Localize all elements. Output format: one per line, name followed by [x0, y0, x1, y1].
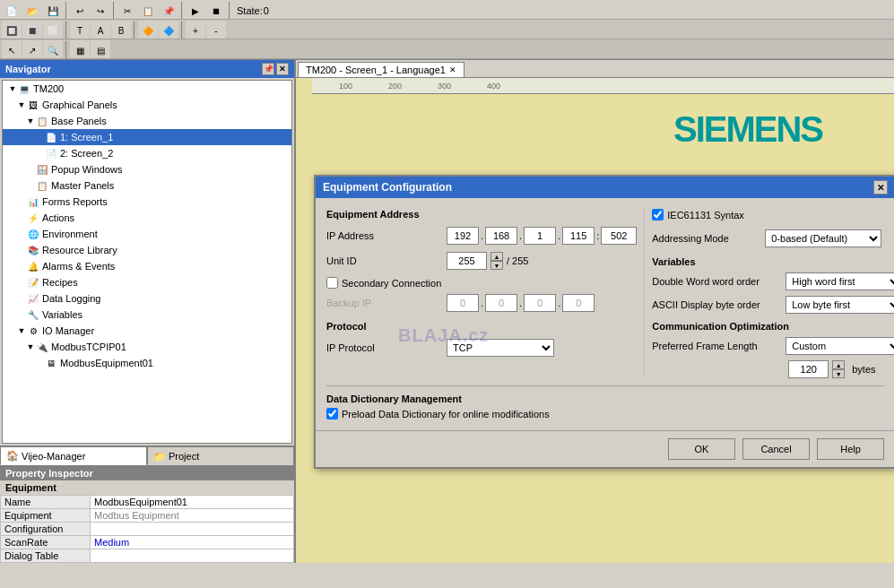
ip-octet-4[interactable]	[562, 227, 595, 245]
secondary-connection-checkbox[interactable]	[326, 277, 338, 289]
double-word-label: Double Word word order	[652, 276, 782, 287]
addressing-mode-select[interactable]: 0-based (Default) 1-based	[765, 229, 881, 247]
comm-opt-section: Communication Optimization	[652, 321, 894, 332]
ip-address-row: IP Address . . . :	[326, 227, 637, 245]
blaja-watermark: BLAJA.cz	[398, 325, 489, 346]
dialog-footer: OK Cancel Help	[316, 430, 894, 467]
iec-syntax-label: IEC61131 Syntax	[667, 210, 744, 220]
unit-id-up[interactable]: ▲	[490, 252, 503, 261]
unit-id-max: / 255	[507, 255, 528, 266]
ip-dot-1: .	[481, 230, 483, 241]
ip-dot-2: .	[519, 230, 522, 241]
dialog-overlay: Equipment Configuration ✕ Equipment Addr…	[0, 0, 894, 588]
backup-octet-3[interactable]	[524, 294, 556, 312]
ip-port[interactable]	[601, 227, 637, 245]
equipment-address-section: Equipment Address	[326, 209, 637, 220]
unit-id-group: ▲ ▼ / 255	[447, 252, 528, 270]
ip-address-group: . . . :	[447, 227, 637, 245]
addressing-mode-label: Addressing Mode	[652, 233, 759, 244]
dialog-titlebar: Equipment Configuration ✕	[316, 177, 894, 198]
ip-octet-2[interactable]	[485, 227, 517, 245]
unit-id-row: Unit ID ▲ ▼ / 255	[326, 252, 637, 270]
backup-octet-2[interactable]	[485, 294, 517, 312]
addressing-mode-row: Addressing Mode 0-based (Default) 1-base…	[652, 229, 894, 247]
frame-length-select[interactable]: Custom Default 64 128 256	[786, 337, 894, 355]
unit-id-label: Unit ID	[326, 255, 443, 266]
iec-syntax-checkbox[interactable]	[652, 209, 664, 220]
unit-id-down[interactable]: ▼	[490, 261, 503, 270]
unit-id-input[interactable]	[447, 252, 487, 270]
bytes-label: bytes	[852, 364, 875, 375]
ip-octet-3[interactable]	[524, 227, 556, 245]
ascii-byte-row: ASCII Display byte order Low byte first …	[652, 296, 894, 314]
dialog-left-col: Equipment Address IP Address . . . :	[326, 209, 644, 378]
dialog-columns: Equipment Address IP Address . . . :	[326, 209, 884, 378]
data-dict-title: Data Dictionary Management	[326, 393, 884, 404]
double-word-row: Double Word word order High word first L…	[652, 272, 894, 290]
preload-row: Preload Data Dictionary for online modif…	[326, 408, 884, 419]
frame-up[interactable]: ▲	[832, 360, 845, 369]
help-button[interactable]: Help	[817, 438, 884, 460]
backup-octet-1[interactable]	[447, 294, 479, 312]
backup-ip-label: Backup IP	[326, 298, 443, 308]
preload-label: Preload Data Dictionary for online modif…	[342, 409, 550, 419]
backup-dot-2: .	[519, 298, 522, 308]
frame-length-spinners: ▲ ▼	[832, 360, 845, 378]
ok-button[interactable]: OK	[668, 438, 735, 460]
backup-ip-row: Backup IP . . .	[326, 294, 637, 312]
ip-protocol-row: IP Protocol TCP UDP BLAJA.cz	[326, 339, 637, 357]
dialog-close-button[interactable]: ✕	[873, 180, 888, 195]
ip-octet-1[interactable]	[447, 227, 479, 245]
cancel-button[interactable]: Cancel	[742, 438, 810, 460]
ascii-byte-label: ASCII Display byte order	[652, 299, 782, 310]
ip-address-label: IP Address	[326, 230, 443, 241]
unit-id-spinners: ▲ ▼	[490, 252, 503, 270]
frame-down[interactable]: ▼	[832, 369, 845, 378]
ip-colon: :	[596, 230, 599, 241]
data-dict-section: Data Dictionary Management Preload Data …	[326, 385, 884, 419]
frame-length-input[interactable]	[788, 360, 829, 378]
dialog-body: Equipment Address IP Address . . . :	[316, 198, 894, 430]
iec-syntax-row: IEC61131 Syntax	[652, 209, 894, 220]
equipment-config-dialog: Equipment Configuration ✕ Equipment Addr…	[314, 175, 894, 469]
preload-checkbox[interactable]	[326, 408, 338, 419]
dialog-title: Equipment Configuration	[323, 181, 452, 194]
bytes-row: ▲ ▼ bytes	[652, 360, 894, 378]
variables-section: Variables	[652, 256, 894, 267]
dialog-right-col: IEC61131 Syntax Addressing Mode 0-based …	[644, 209, 894, 378]
backup-ip-group: . . .	[447, 294, 595, 312]
frame-length-label: Preferred Frame Length	[652, 341, 782, 351]
frame-length-row: Preferred Frame Length Custom Default 64…	[652, 337, 894, 355]
backup-dot-3: .	[558, 298, 560, 308]
double-word-select[interactable]: High word first Low word first	[786, 272, 894, 290]
secondary-connection-label: Secondary Connection	[342, 278, 441, 289]
ip-dot-3: .	[558, 230, 560, 241]
secondary-connection-row: Secondary Connection	[326, 277, 637, 289]
backup-octet-4[interactable]	[562, 294, 595, 312]
ascii-byte-select[interactable]: Low byte first High byte first	[786, 296, 894, 314]
backup-dot-1: .	[481, 298, 483, 308]
